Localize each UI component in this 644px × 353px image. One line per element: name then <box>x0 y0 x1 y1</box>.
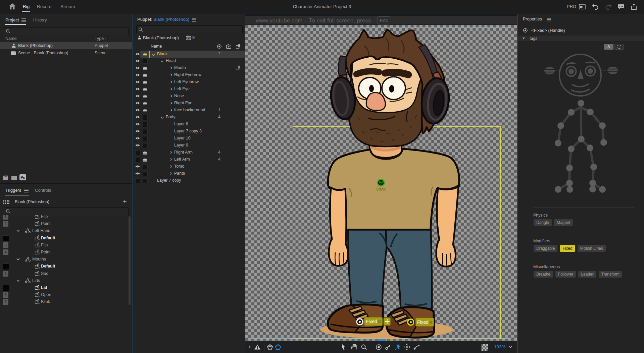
svg-text:Blank: Blank <box>376 187 386 191</box>
svg-text:Fixed: Fixed <box>417 319 429 325</box>
svg-text:Fixed: Fixed <box>366 319 377 324</box>
